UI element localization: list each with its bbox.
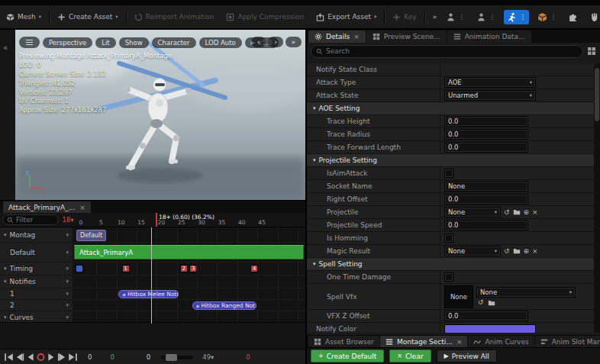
track-options-icon[interactable]: ▾	[66, 266, 69, 272]
close-icon[interactable]: ×	[79, 204, 85, 211]
expander-icon[interactable]: ▾	[4, 232, 7, 238]
track-lane-notify-track-1[interactable]: ◆Hitbox Melee Notif	[73, 288, 305, 300]
animation-mode-button[interactable]: ⋮	[504, 10, 529, 24]
property-row-notify-color[interactable]: Notify Color	[307, 323, 594, 333]
create-default-button[interactable]: +Create Default	[311, 350, 384, 362]
use-selected-icon[interactable]: ↺	[478, 299, 484, 307]
search-input[interactable]: Search	[311, 45, 583, 58]
track-options-icon[interactable]: ▾	[66, 291, 69, 297]
expander-icon[interactable]: ▾	[4, 314, 7, 321]
scrollbar-thumb[interactable]	[595, 68, 599, 121]
slot-name-chip[interactable]: Default	[76, 230, 106, 241]
character-button[interactable]: Character	[152, 37, 196, 48]
tab-asset-browser[interactable]: Asset Browser	[308, 336, 379, 348]
track-options-icon[interactable]: ▾	[66, 302, 69, 308]
dropdown-attack-state[interactable]: Unarmed▾	[444, 90, 536, 101]
kebab-menu-icon[interactable]: ⋮	[458, 14, 465, 21]
viewport-nav-button-0[interactable]: ‹	[251, 37, 266, 47]
dropdown-attack-type[interactable]: AOE▾	[444, 77, 536, 88]
add-icon[interactable]: ⊕	[524, 209, 530, 216]
browse-icon[interactable]	[513, 247, 521, 255]
notify-hitbox-melee-notif[interactable]: ◆Hitbox Melee Notif	[118, 290, 179, 298]
track-lane-notifies-group[interactable]	[73, 275, 305, 288]
overflow-button[interactable]: »	[427, 5, 444, 28]
skeleton-mode-button[interactable]: ⋮	[443, 10, 468, 24]
property-row-projectile-setting[interactable]: ▾Projectile Setting	[307, 154, 594, 167]
export-asset-button[interactable]: Export Asset▾	[310, 5, 382, 28]
track-label-notify-track-1[interactable]: 1▾	[0, 288, 73, 300]
property-row-one-time-damage[interactable]: One Time Damage	[307, 271, 594, 284]
property-row-aoe-setting[interactable]: ▾AOE Setting	[307, 102, 594, 115]
input-trace-radius[interactable]: 0.0	[444, 129, 528, 140]
property-row-trace-forward-length[interactable]: Trace Forward Length0.0	[307, 141, 594, 154]
track-options-icon[interactable]: ▾	[66, 279, 69, 285]
tab-preview-scene[interactable]: Preview Scene...	[366, 31, 447, 43]
track-options-icon[interactable]: ▾	[66, 314, 69, 321]
transport-step-back-button[interactable]	[15, 353, 24, 362]
input-trace-forward-length[interactable]: 0.0	[444, 142, 528, 153]
collapse-panel-button[interactable]: «	[3, 43, 8, 52]
close-icon[interactable]: ×	[353, 33, 360, 40]
checkbox-is-homming[interactable]	[444, 234, 453, 243]
playhead-marker[interactable]	[156, 213, 157, 227]
tab-details[interactable]: Details×	[308, 31, 366, 43]
viewport-nav-button-2[interactable]: »	[285, 37, 302, 47]
add-icon[interactable]: ⊕	[524, 248, 530, 255]
color-swatch[interactable]	[444, 324, 536, 333]
transport-play-reverse-button[interactable]	[25, 353, 35, 362]
view-options-icon[interactable]	[587, 47, 596, 56]
browse-icon[interactable]	[488, 299, 495, 307]
category-expander-icon[interactable]: ▾	[313, 261, 316, 267]
current-frame-badge[interactable]: 18▾	[59, 213, 77, 227]
input-trace-height[interactable]: 0.0	[444, 116, 528, 127]
notify-hitbox-ranged-not[interactable]: ◆Hitbox Ranged Not	[192, 301, 256, 310]
property-row-trace-radius[interactable]: Trace Radius0.0	[307, 128, 594, 141]
input-projectile-speed[interactable]: 0.0	[444, 220, 528, 230]
use-selected-icon[interactable]: ↺	[504, 209, 510, 216]
asset-dropdown-magic-result[interactable]: None▾	[444, 246, 501, 256]
track-lane-notify-track-2[interactable]: ◆Hitbox Ranged Not	[73, 300, 305, 311]
transport-step-forward-button[interactable]	[57, 353, 67, 362]
asset-dropdown-projectile[interactable]: None▾	[444, 207, 501, 217]
track-label-montage-group[interactable]: ▾Montag▾	[0, 227, 73, 243]
transport-skip-last-button[interactable]	[68, 353, 78, 362]
paint-button[interactable]	[586, 10, 600, 24]
track-lane-slot-track[interactable]: Attack_PrimaryA	[73, 243, 305, 263]
property-row-attack-type[interactable]: Attack TypeAOE▾	[307, 76, 594, 89]
kebab-menu-icon[interactable]: ⋮	[550, 14, 556, 21]
create-asset-button[interactable]: Create Asset▾	[51, 5, 124, 28]
transport-skip-first-button[interactable]	[4, 353, 14, 362]
track-label-notifies-group[interactable]: ▾Notifies▾	[0, 275, 73, 288]
lit-button[interactable]: Lit	[95, 37, 115, 48]
show-button[interactable]: Show	[119, 37, 149, 48]
apply-compression-button[interactable]: Apply Compression	[220, 5, 310, 28]
property-row-spell-vfx[interactable]: Spell VfxNoneNone▾↺	[307, 284, 594, 310]
track-label-timing-track[interactable]: ▾Timing▾	[0, 263, 73, 275]
tab-attack-primarya[interactable]: Attack_PrimaryA_... ×	[3, 201, 91, 213]
close-icon[interactable]: ×	[456, 338, 463, 346]
timeline-ruler[interactable]: 05101520253035404518+ (0.60) (36.2%)	[77, 213, 305, 227]
mesh-button[interactable]: Mesh▾	[0, 5, 47, 28]
map-value-dropdown[interactable]: None▾	[476, 287, 576, 298]
filter-input[interactable]: Filter	[2, 214, 59, 225]
map-key-box[interactable]: None	[444, 285, 473, 308]
clear-icon[interactable]: ×	[532, 248, 538, 255]
transport-record-button[interactable]	[36, 353, 46, 362]
perspective-button[interactable]: Perspective	[43, 37, 92, 48]
transport-play-button[interactable]	[47, 353, 56, 362]
use-selected-icon[interactable]: ↺	[504, 248, 510, 255]
zoom-slider[interactable]	[161, 356, 193, 359]
checkbox-isaimattack[interactable]	[444, 169, 453, 178]
zoom-slider-thumb[interactable]	[166, 354, 177, 361]
timing-marker-3[interactable]: 3	[189, 265, 197, 272]
property-row-socket-name[interactable]: Socket NameNone	[307, 180, 594, 193]
tab-animation-data[interactable]: Animation Data...	[447, 31, 531, 43]
key-button[interactable]: Key	[386, 5, 422, 28]
clear-button[interactable]: ×Clear	[389, 350, 431, 362]
property-row-vfx-z-offset[interactable]: VFX Z Offset0.0	[307, 310, 594, 323]
montage-segment[interactable]: Attack_PrimaryA	[74, 245, 304, 259]
kebab-menu-icon[interactable]: ⋮	[519, 14, 526, 21]
timing-marker-4[interactable]: 4	[250, 265, 258, 272]
input-right-offset[interactable]: 0.0	[444, 194, 528, 205]
viewport-nav-button-1[interactable]: ›	[268, 37, 282, 47]
